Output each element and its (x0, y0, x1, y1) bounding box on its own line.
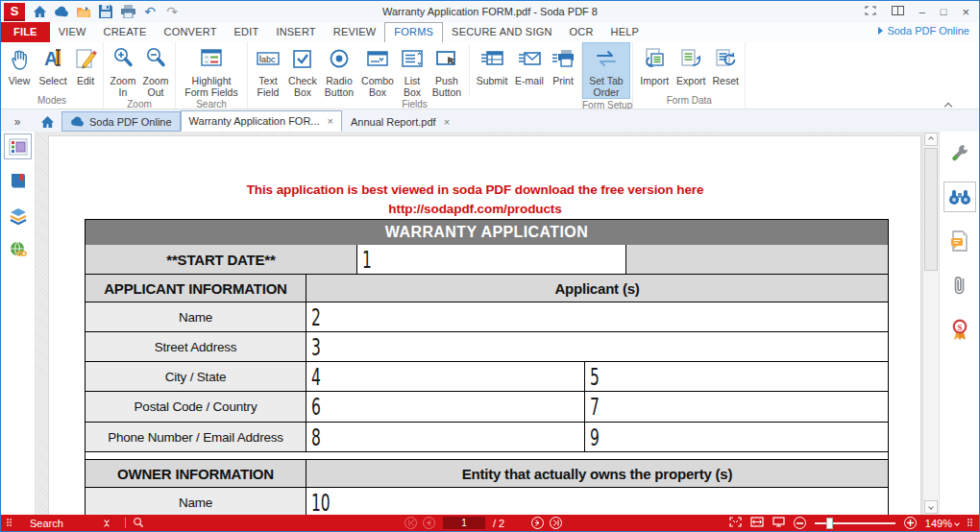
layers-icon (9, 207, 28, 225)
section-gap (86, 451, 888, 459)
soda-pdf-online-link[interactable]: Soda PDF Online (878, 25, 969, 36)
fit-page-icon[interactable] (772, 517, 785, 529)
cloud-icon[interactable] (54, 4, 69, 19)
print-form-button[interactable]: Print (548, 43, 578, 93)
highlight-form-fields-button[interactable]: Highlight Form Fields (179, 43, 244, 98)
warranty-form: WARRANTY APPLICATION **START DATE** 1 AP… (85, 219, 889, 515)
submit-button[interactable]: Submit (473, 43, 511, 93)
reset-button[interactable]: Reset (709, 43, 742, 93)
form-field[interactable]: 7 (585, 392, 888, 422)
text-field-button[interactable]: abc Text Field (251, 43, 285, 98)
list-box-button[interactable]: List Box (397, 43, 428, 98)
search-icon[interactable] (133, 517, 144, 530)
combo-box-button[interactable]: Combo Box (358, 43, 397, 98)
zoom-slider-handle[interactable] (826, 518, 833, 529)
links-panel-button[interactable] (4, 237, 32, 263)
import-button[interactable]: Import (636, 43, 673, 93)
bookmarks-panel-button[interactable] (4, 168, 32, 194)
menu-insert[interactable]: INSERT (267, 22, 324, 42)
thumbnails-panel-button[interactable] (4, 133, 32, 159)
email-button[interactable]: E-mail (511, 43, 548, 93)
menu-file[interactable]: FILE (1, 22, 50, 42)
form-field[interactable]: 5 (585, 362, 888, 391)
form-field[interactable]: 2 (306, 302, 888, 331)
menu-forms[interactable]: FORMS (384, 22, 443, 42)
form-field[interactable]: 6 (306, 392, 585, 422)
undo-icon[interactable]: ↶ (142, 4, 158, 19)
tools-panel-button[interactable] (943, 137, 976, 168)
push-button-button[interactable]: Push Button (428, 43, 466, 98)
minimize-button[interactable]: – (919, 6, 925, 17)
home-icon[interactable] (32, 4, 47, 19)
switch-view-icon[interactable] (892, 6, 904, 17)
resize-grip[interactable] (968, 519, 973, 527)
row-label: Postal Code / Country (86, 392, 306, 422)
menu-view[interactable]: VIEW (50, 22, 95, 42)
menu-create[interactable]: CREATE (95, 22, 156, 42)
edit-mode-button[interactable]: Edit (71, 43, 100, 93)
form-field[interactable]: 4 (306, 362, 585, 391)
scrollbar-thumb[interactable] (924, 148, 938, 271)
start-date-label: **START DATE** (86, 245, 357, 274)
check-box-button[interactable]: Check Box (285, 43, 320, 98)
open-file-icon[interactable] (76, 4, 91, 19)
zoom-out-slider-button[interactable] (794, 517, 806, 529)
print-icon[interactable] (120, 4, 135, 19)
zoom-in-button[interactable]: Zoom In (107, 43, 139, 98)
fullscreen-icon[interactable] (729, 517, 742, 529)
menu-review[interactable]: REVIEW (325, 22, 385, 42)
close-tab-icon[interactable]: × (328, 115, 333, 127)
zoom-slider[interactable] (815, 522, 895, 524)
menu-ocr[interactable]: OCR (561, 22, 602, 42)
zoom-controls: 149% (729, 517, 979, 529)
set-tab-order-button[interactable]: Set Tab Order (582, 42, 630, 99)
form-field[interactable]: 8 (306, 423, 585, 451)
redo-icon[interactable]: ↷ (164, 4, 180, 19)
current-page-input[interactable]: 1 (443, 517, 485, 529)
statusbar-grip[interactable] (7, 519, 12, 527)
previous-page-button[interactable] (423, 517, 435, 529)
next-page-button[interactable] (531, 517, 544, 529)
soda-pdf-logo[interactable]: S (4, 3, 25, 21)
vertical-scrollbar[interactable] (922, 132, 939, 515)
last-page-button[interactable] (550, 517, 562, 529)
export-button[interactable]: Export (673, 43, 709, 93)
save-icon[interactable] (98, 4, 113, 19)
first-page-button[interactable] (404, 517, 417, 529)
fit-width-icon[interactable] (750, 517, 764, 529)
select-mode-button[interactable]: A Select (35, 43, 71, 93)
menu-help[interactable]: HELP (602, 22, 649, 42)
search-direction-buttons[interactable] (105, 519, 109, 528)
menu-convert[interactable]: CONVERT (156, 22, 226, 42)
row-label: Name (86, 488, 306, 515)
signatures-panel-button[interactable]: S (943, 314, 976, 345)
start-date-field[interactable]: 1 (357, 245, 626, 274)
zoom-out-button[interactable]: Zoom Out (139, 43, 172, 98)
zoom-level-dropdown[interactable]: 149% (925, 518, 959, 529)
menu-secure-and-sign[interactable]: SECURE AND SIGN (443, 22, 560, 42)
close-tab-icon[interactable]: × (444, 116, 450, 128)
close-button[interactable]: × (962, 5, 969, 19)
layers-panel-button[interactable] (4, 203, 32, 229)
scroll-down-button[interactable] (924, 500, 938, 514)
tab-warranty-application[interactable]: Warranty Application FOR... × (181, 110, 342, 132)
maximize-button[interactable]: □ (941, 6, 947, 17)
search-panel-button[interactable] (943, 181, 976, 212)
form-field[interactable]: 3 (306, 332, 888, 361)
view-mode-button[interactable]: View (4, 43, 35, 93)
tab-order-number: 6 (311, 395, 321, 419)
tabs-overflow-button[interactable]: » (1, 112, 34, 132)
form-field[interactable]: 9 (585, 423, 888, 451)
zoom-in-slider-button[interactable] (904, 517, 917, 529)
tab-soda-pdf-online[interactable]: Soda PDF Online (61, 111, 181, 132)
tab-home[interactable] (34, 111, 61, 132)
comments-panel-button[interactable] (943, 226, 976, 256)
form-field[interactable]: 10 (306, 488, 888, 515)
scroll-up-button[interactable] (924, 133, 938, 146)
radio-button-button[interactable]: Radio Button (320, 43, 358, 98)
menu-edit[interactable]: EDIT (226, 22, 268, 42)
tab-annual-report[interactable]: Annual Report.pdf × (342, 111, 458, 132)
fullscreen-mode-icon[interactable] (865, 6, 876, 17)
attachments-panel-button[interactable] (943, 270, 976, 301)
search-label[interactable]: Search (30, 518, 105, 529)
